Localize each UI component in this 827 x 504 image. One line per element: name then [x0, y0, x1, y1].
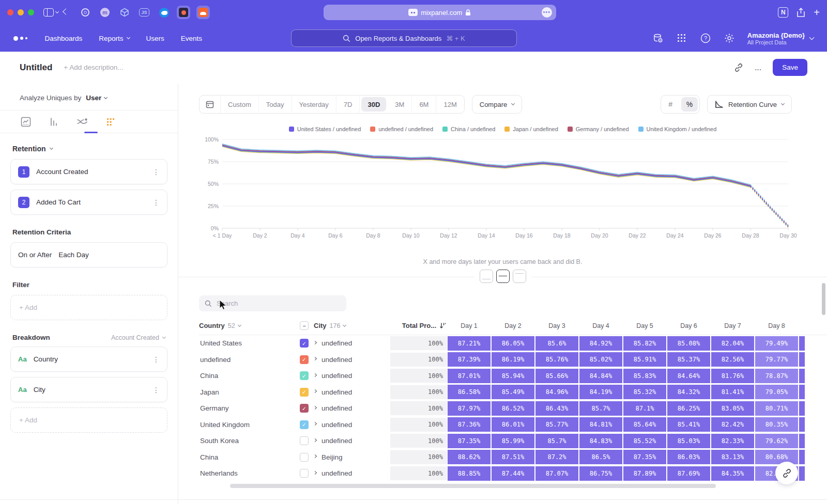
legend-item-undefined-undefined[interactable]: undefined / undefined — [370, 126, 433, 132]
retention-cell-day-2[interactable]: 87.44% — [492, 466, 534, 481]
breakdown-country[interactable]: Aa Country ⋮ — [10, 346, 167, 372]
table-row-netherlands-undefined[interactable]: Netherlandsundefined100%88.85%87.44%87.0… — [199, 465, 827, 482]
row-checkbox[interactable]: ✓ — [300, 355, 309, 364]
table-row-undefined-undefined[interactable]: undefined✓undefined100%87.39%86.19%85.76… — [199, 352, 827, 368]
retention-cell-day-1[interactable]: 87.97% — [448, 401, 491, 416]
target-tab[interactable] — [79, 6, 92, 19]
vertical-scrollbar[interactable] — [822, 283, 825, 315]
retention-cell-day-8[interactable]: 80.71% — [755, 401, 798, 416]
criteria-mode[interactable]: On or After — [18, 251, 52, 259]
js-tab[interactable]: JS — [137, 6, 151, 19]
retention-cell-day-4[interactable]: 84.92% — [579, 336, 622, 351]
global-search[interactable]: Open Reports & Dashboards ⌘ + K — [291, 29, 517, 47]
column-header-day-7[interactable]: Day 7 — [711, 322, 755, 329]
soundcloud-tab[interactable] — [196, 6, 210, 19]
retention-cell-day-3[interactable]: 85.77% — [535, 417, 578, 432]
compare-button[interactable]: Compare — [472, 95, 522, 114]
url-bar[interactable]: mixpanel.com ••• — [324, 5, 556, 20]
expand-row-icon[interactable] — [313, 357, 317, 360]
row-checkbox[interactable]: ✓ — [300, 404, 309, 413]
chart-only-view-button[interactable] — [480, 270, 493, 283]
expand-row-icon[interactable] — [313, 406, 317, 410]
retention-cell-day-4[interactable]: 86.5% — [579, 450, 622, 464]
table-only-view-button[interactable] — [513, 270, 526, 283]
cube-tab[interactable] — [118, 6, 131, 19]
column-header-day-6[interactable]: Day 6 — [667, 322, 711, 329]
add-breakdown-button[interactable]: + Add — [10, 407, 167, 433]
help-icon[interactable]: ? — [700, 33, 711, 44]
event-step-1[interactable]: 1 Account Created ⋮ — [10, 159, 167, 184]
retention-cell-day-1[interactable]: 88.85% — [448, 466, 491, 481]
copy-link-icon[interactable] — [734, 63, 743, 72]
retention-cell-day-2[interactable]: 85.94% — [492, 369, 534, 383]
expand-row-icon[interactable] — [313, 422, 317, 426]
retention-cell-day-1[interactable]: 87.21% — [448, 336, 491, 351]
retention-chart[interactable]: 100%75%50%25%0%< 1 DayDay 2Day 4Day 6Day… — [199, 134, 799, 255]
retention-cell-day-2[interactable]: 86.05% — [492, 336, 534, 351]
table-row-japan-undefined[interactable]: Japan✓undefined100%86.58%85.49%84.96%84.… — [199, 384, 827, 401]
percent-toggle[interactable]: % — [681, 97, 698, 112]
breakdown-city[interactable]: Aa City ⋮ — [10, 377, 167, 402]
retention-cell-day-7[interactable]: 84.35% — [711, 466, 754, 481]
range-7d[interactable]: 7D — [336, 96, 360, 113]
retention-cell-day-2[interactable]: 86.19% — [492, 352, 534, 367]
legend-item-united-kingdom-undefined[interactable]: United Kingdom / undefined — [638, 126, 717, 132]
retention-cell-day-4[interactable]: 85.7% — [579, 401, 622, 416]
column-header-day-1[interactable]: Day 1 — [447, 322, 491, 329]
retention-cell-day-1[interactable]: 88.62% — [448, 450, 491, 464]
back-button[interactable] — [64, 11, 68, 14]
legend-item-japan-undefined[interactable]: Japan / undefined — [504, 126, 558, 132]
retention-cell-day-4[interactable]: 84.81% — [579, 417, 622, 432]
retention-cell-day-3[interactable]: 86.43% — [535, 401, 578, 416]
expand-row-icon[interactable] — [313, 341, 317, 344]
country-column-header[interactable]: Country 52 — [199, 322, 300, 329]
kebab-menu-icon[interactable]: ⋮ — [152, 386, 160, 394]
retention-cell-day-8[interactable]: 80.68% — [755, 450, 798, 464]
data-management-icon[interactable] — [652, 33, 664, 44]
retention-cell-day-4[interactable]: 86.75% — [579, 466, 622, 481]
retention-cell-day-5[interactable]: 85.32% — [623, 385, 666, 399]
retention-cell-day-2[interactable]: 86.01% — [492, 417, 534, 432]
retention-cell-day-6[interactable]: 84.64% — [667, 369, 710, 383]
retention-cell-day-5[interactable]: 85.52% — [623, 434, 666, 448]
table-row-china-undefined[interactable]: China✓undefined100%87.01%85.94%85.66%84.… — [199, 368, 827, 384]
close-window-button[interactable] — [7, 9, 13, 15]
new-tab-button[interactable]: + — [814, 7, 820, 19]
retention-cell-day-8[interactable]: 79.62% — [755, 434, 798, 448]
add-filter-button[interactable]: + Add — [10, 295, 167, 320]
row-checkbox[interactable] — [300, 436, 309, 445]
table-row-united-states-undefined[interactable]: United States✓undefined100%87.21%86.05%8… — [199, 335, 827, 352]
sidebar-toggle[interactable] — [43, 8, 58, 17]
retention-cell-day-7[interactable]: 83.13% — [711, 450, 754, 464]
expand-row-icon[interactable] — [313, 438, 317, 442]
row-checkbox[interactable] — [300, 453, 309, 462]
row-checkbox[interactable]: ✓ — [300, 371, 309, 380]
legend-item-china-undefined[interactable]: China / undefined — [442, 126, 495, 132]
retention-cell-day-3[interactable]: 84.96% — [535, 385, 578, 399]
retention-cell-day-2[interactable]: 87.51% — [492, 450, 534, 464]
event-step-2[interactable]: 2 Added To Cart ⋮ — [10, 190, 167, 215]
breakdown-event-selector[interactable]: Account Created — [111, 334, 165, 341]
retention-cell-day-5[interactable]: 85.82% — [623, 336, 666, 351]
apps-grid-icon[interactable] — [676, 33, 687, 44]
tab-insights[interactable] — [21, 117, 31, 127]
nav-item-reports[interactable]: Reports — [99, 35, 129, 42]
column-header-day-8[interactable]: Day 8 — [755, 322, 799, 329]
retention-cell-day-8[interactable]: 79.49% — [755, 336, 798, 351]
nav-item-events[interactable]: Events — [181, 35, 202, 42]
productboard-tab[interactable] — [177, 6, 190, 19]
retention-cell-day-3[interactable]: 85.7% — [535, 434, 578, 448]
retention-cell-day-6[interactable]: 87.69% — [667, 466, 710, 481]
range-6m[interactable]: 6M — [412, 96, 436, 113]
column-header-day-3[interactable]: Day 3 — [535, 322, 579, 329]
calendar-icon[interactable] — [200, 96, 221, 113]
retention-cell-day-5[interactable]: 85.91% — [623, 352, 666, 367]
table-row-china-beijing[interactable]: ChinaBeijing100%88.62%87.51%87.2%86.5%87… — [199, 449, 827, 466]
tab-flows[interactable] — [76, 117, 88, 127]
row-checkbox[interactable]: ✓ — [300, 339, 309, 348]
range-yesterday[interactable]: Yesterday — [292, 96, 336, 113]
retention-cell-day-8[interactable]: 79.77% — [755, 352, 798, 367]
retention-cell-day-5[interactable]: 87.35% — [623, 450, 666, 464]
count-toggle[interactable]: # — [661, 96, 680, 113]
blue-bird-tab[interactable] — [157, 6, 171, 19]
